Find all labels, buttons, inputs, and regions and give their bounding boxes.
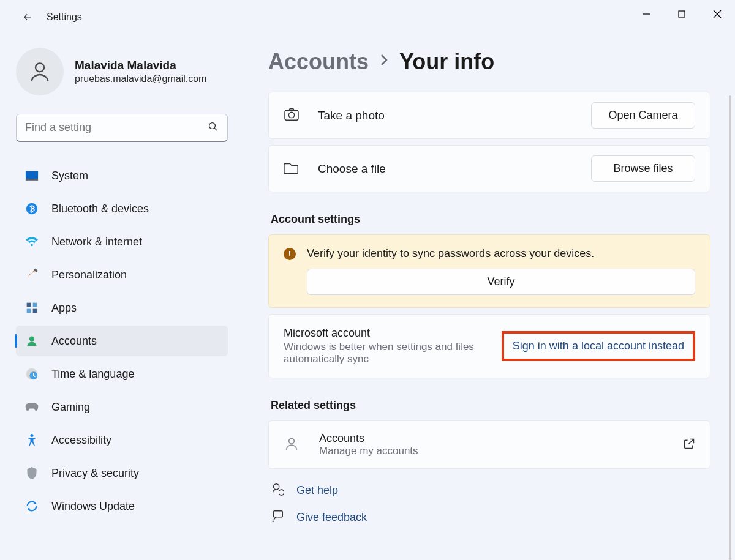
apps-icon [24, 301, 39, 315]
shield-icon [24, 466, 39, 480]
open-camera-button[interactable]: Open Camera [591, 102, 695, 129]
clock-globe-icon [24, 367, 39, 381]
browse-files-button[interactable]: Browse files [591, 155, 695, 182]
profile-block[interactable]: Malavida Malavida pruebas.malavida@gmail… [16, 48, 228, 95]
search-input[interactable] [25, 121, 208, 134]
nav-list: System Bluetooth & devices Network & int… [16, 160, 228, 521]
breadcrumb-parent[interactable]: Accounts [268, 49, 369, 75]
related-settings-heading: Related settings [271, 399, 710, 412]
nav-update[interactable]: Windows Update [16, 491, 228, 521]
svg-rect-8 [26, 179, 38, 181]
minimize-button[interactable] [628, 0, 664, 28]
nav-label: Network & internet [51, 236, 142, 248]
nav-system[interactable]: System [16, 160, 228, 191]
brush-icon [24, 267, 39, 282]
related-accounts-subtitle: Manage my accounts [319, 445, 666, 457]
svg-rect-12 [33, 303, 37, 307]
scrollbar[interactable] [729, 95, 731, 560]
account-settings-heading: Account settings [271, 213, 710, 226]
person-icon [24, 334, 39, 348]
nav-gaming[interactable]: Gaming [16, 392, 228, 422]
folder-icon [284, 161, 301, 177]
svg-rect-1 [679, 11, 685, 17]
nav-label: Apps [51, 302, 77, 315]
svg-rect-13 [27, 309, 31, 313]
update-icon [24, 499, 39, 513]
titlebar: Settings [0, 0, 735, 34]
nav-personalization[interactable]: Personalization [16, 259, 228, 290]
local-account-link[interactable]: Sign in with a local account instead [513, 340, 684, 352]
nav-label: Personalization [51, 269, 127, 282]
camera-icon [284, 108, 301, 124]
search-icon [208, 121, 219, 135]
svg-line-6 [214, 128, 217, 130]
take-photo-label: Take a photo [318, 109, 574, 122]
svg-point-5 [209, 122, 216, 129]
external-link-icon [683, 438, 695, 452]
nav-label: System [51, 170, 88, 182]
nav-privacy[interactable]: Privacy & security [16, 458, 228, 488]
nav-label: Accounts [51, 335, 97, 348]
nav-label: Accessibility [51, 434, 111, 447]
avatar-icon [16, 48, 64, 95]
profile-email: pruebas.malavida@gmail.com [75, 73, 206, 84]
bluetooth-icon [24, 201, 39, 216]
breadcrumb: Accounts Your info [268, 49, 710, 75]
nav-network[interactable]: Network & internet [16, 226, 228, 257]
choose-file-card: Choose a file Browse files [268, 145, 710, 192]
svg-rect-11 [27, 303, 31, 307]
wifi-icon [24, 234, 39, 249]
nav-accounts[interactable]: Accounts [16, 326, 228, 356]
warning-icon: ! [284, 248, 296, 260]
maximize-button[interactable] [664, 0, 699, 28]
related-accounts-title: Accounts [319, 432, 666, 445]
chevron-right-icon [380, 54, 388, 70]
warning-text: Verify your identity to sync passwords a… [307, 247, 594, 260]
profile-name: Malavida Malavida [75, 59, 206, 72]
content-area: Accounts Your info Take a photo Open Cam… [244, 34, 735, 560]
search-box[interactable] [16, 114, 228, 142]
svg-rect-23 [274, 511, 283, 517]
svg-rect-7 [26, 171, 38, 179]
accessibility-icon [24, 433, 39, 447]
take-photo-card: Take a photo Open Camera [268, 92, 710, 139]
highlight-annotation: Sign in with a local account instead [502, 331, 695, 361]
feedback-icon [271, 509, 285, 525]
give-feedback-link[interactable]: Give feedback [271, 509, 710, 525]
svg-point-4 [36, 63, 44, 72]
window-controls [628, 0, 735, 28]
nav-label: Windows Update [51, 500, 135, 513]
microsoft-account-card: Microsoft account Windows is better when… [268, 314, 710, 378]
choose-file-label: Choose a file [318, 162, 574, 176]
nav-label: Bluetooth & devices [51, 203, 149, 215]
window-title: Settings [47, 12, 82, 23]
help-links: Get help Give feedback [268, 482, 710, 525]
svg-rect-10 [34, 268, 37, 272]
person-outline-icon [284, 436, 302, 454]
gamepad-icon [24, 400, 39, 414]
svg-rect-14 [33, 309, 37, 313]
close-button[interactable] [699, 0, 735, 28]
nav-bluetooth[interactable]: Bluetooth & devices [16, 193, 228, 224]
svg-point-22 [274, 484, 279, 490]
nav-accessibility[interactable]: Accessibility [16, 425, 228, 455]
give-feedback-label: Give feedback [296, 511, 367, 524]
nav-apps[interactable]: Apps [16, 293, 228, 323]
svg-point-18 [31, 434, 34, 437]
svg-point-20 [288, 112, 294, 118]
related-accounts-card[interactable]: Accounts Manage my accounts [268, 420, 710, 469]
ms-account-title: Microsoft account [284, 327, 489, 340]
back-button[interactable] [17, 7, 38, 28]
nav-label: Privacy & security [51, 467, 139, 480]
help-icon [271, 482, 285, 498]
system-icon [24, 168, 39, 183]
get-help-label: Get help [296, 484, 338, 497]
verify-button[interactable]: Verify [307, 269, 695, 295]
nav-label: Time & language [51, 368, 134, 381]
get-help-link[interactable]: Get help [271, 482, 710, 498]
ms-account-subtitle: Windows is better when settings and file… [284, 341, 489, 365]
verify-identity-banner: ! Verify your identity to sync passwords… [268, 234, 710, 308]
nav-time[interactable]: Time & language [16, 359, 228, 389]
breadcrumb-current: Your info [399, 49, 494, 75]
nav-label: Gaming [51, 401, 90, 414]
